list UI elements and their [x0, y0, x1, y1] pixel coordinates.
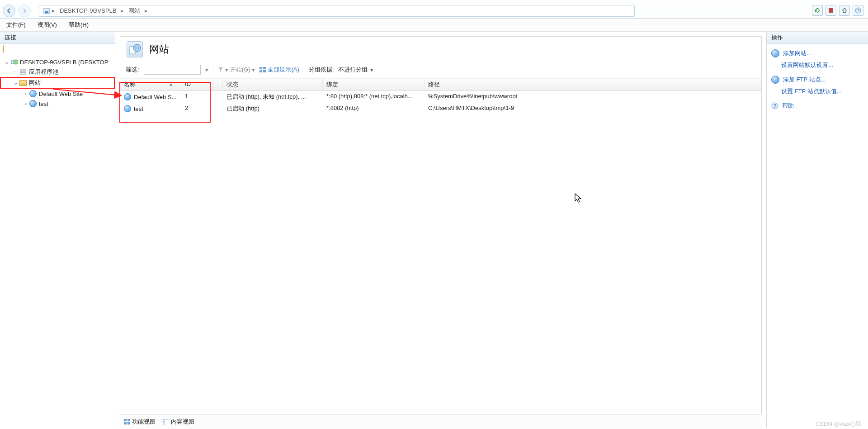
bottom-view-tabs: 功能视图 内容视图	[119, 414, 762, 429]
collapse-icon[interactable]: ⌄	[4, 59, 10, 65]
svg-rect-22	[127, 422, 130, 424]
tab-content-view[interactable]: 内容视图	[163, 418, 194, 426]
expand-icon[interactable]: ›	[23, 91, 29, 97]
menu-file[interactable]: 文件(F)	[6, 21, 26, 29]
globe-icon	[771, 76, 779, 84]
row-binding: *:80 (http),808:* (net.tcp),localh...	[323, 91, 425, 103]
action-ftp-defaults[interactable]: 设置 FTP 站点默认值...	[771, 86, 863, 97]
row-path: %SystemDrive%\inetpub\wwwroot	[425, 91, 542, 103]
filter-start-button[interactable]: ▾ 开始(G) ▾	[218, 66, 255, 74]
group-by-label: 分组依据:	[309, 66, 334, 74]
grid-icon	[259, 67, 266, 72]
svg-text:?: ?	[774, 103, 776, 109]
page-title: 网站	[149, 43, 169, 56]
tree-label: Default Web Site	[39, 91, 83, 97]
svg-rect-26	[165, 422, 169, 422]
menu-help[interactable]: 帮助(H)	[69, 21, 89, 29]
breadcrumb-node[interactable]: DESKTOP-9GVSPLB	[60, 7, 116, 14]
action-add-ftp[interactable]: 添加 FTP 站点...	[771, 74, 863, 86]
svg-text:?: ?	[857, 8, 859, 13]
menu-view[interactable]: 视图(V)	[38, 21, 57, 29]
filter-input[interactable]	[144, 65, 201, 75]
breadcrumb-sep: ▸	[145, 7, 148, 14]
menu-bar: 文件(F) 视图(V) 帮助(H)	[0, 19, 868, 32]
svg-rect-9	[21, 72, 25, 73]
globe-icon	[29, 100, 37, 108]
action-add-website[interactable]: 添加网站...	[771, 48, 863, 59]
nav-back-button[interactable]	[3, 5, 15, 17]
annotation-redbox	[119, 82, 211, 123]
tree-root[interactable]: ⌄ DESKTOP-9GVSPLB (DESKTOP	[0, 57, 115, 67]
help-icon: ?	[771, 102, 778, 110]
mouse-cursor-icon	[575, 193, 583, 204]
action-site-defaults[interactable]: 设置网站默认设置...	[771, 59, 863, 71]
actions-pane: 操作 添加网站... 设置网站默认设置... 添加 FTP 站点... 设置 F…	[767, 32, 868, 428]
tree-sites[interactable]: ⌄ 网站	[0, 77, 115, 89]
svg-rect-23	[163, 419, 165, 420]
row-blank	[542, 103, 761, 114]
breadcrumb[interactable]: ▸ DESKTOP-9GVSPLB ▸ 网站 ▸	[39, 5, 635, 17]
sites-list[interactable]: 名称▴ ID 状态 绑定 路径 Default Web S... 1 已启动 (…	[120, 79, 761, 114]
svg-rect-27	[163, 424, 165, 424]
center-pane: 网站 筛选: ▾ ▾ 开始(G) ▾ 全部显示(A) 分组依据: 不进行分组▾	[115, 32, 767, 428]
collapse-icon[interactable]: ⌄	[13, 80, 19, 86]
folder-link-icon[interactable]	[3, 46, 4, 52]
svg-rect-25	[163, 421, 165, 423]
svg-rect-24	[165, 419, 169, 420]
list-icon	[163, 419, 169, 424]
show-all-button[interactable]: 全部显示(A)	[259, 66, 299, 74]
svg-rect-7	[20, 70, 26, 74]
row-binding: *:8082 (http)	[323, 103, 425, 114]
sites-hero-icon	[127, 41, 143, 57]
tree-label: 应用程序池	[29, 68, 58, 76]
sites-folder-icon	[19, 79, 27, 87]
filter-label: 筛选:	[126, 66, 139, 74]
breadcrumb-sep: ▸	[121, 7, 124, 14]
breadcrumb-node[interactable]: 网站	[128, 7, 140, 15]
expand-icon[interactable]: ›	[23, 100, 29, 107]
tree-dash: ⋯	[13, 69, 19, 75]
svg-rect-20	[127, 419, 130, 421]
svg-rect-19	[124, 419, 127, 421]
help-button[interactable]: ?	[853, 5, 863, 16]
home-button[interactable]	[839, 5, 850, 16]
watermark-text: CSDN @Aux心弦	[816, 420, 862, 428]
connections-header: 连接	[0, 32, 115, 44]
tree-site-default[interactable]: › Default Web Site	[0, 89, 115, 99]
row-path: C:\Users\HMTX\Desktop\tmp\1-9	[425, 103, 542, 114]
tree-root-label: DESKTOP-9GVSPLB (DESKTOP	[20, 59, 108, 66]
actions-header: 操作	[767, 32, 868, 44]
connections-tree[interactable]: ⌄ DESKTOP-9GVSPLB (DESKTOP ⋯ 应用程序池 ⌄ 网站 …	[0, 54, 115, 428]
row-blank	[542, 91, 761, 103]
refresh-dropdown-button[interactable]	[812, 5, 823, 16]
tree-site-test[interactable]: › test	[0, 99, 115, 109]
svg-rect-8	[21, 71, 25, 72]
col-state[interactable]: 状态	[223, 79, 323, 91]
nav-forward-button[interactable]	[18, 5, 31, 17]
col-blank	[542, 79, 761, 91]
filter-bar: 筛选: ▾ ▾ 开始(G) ▾ 全部显示(A) 分组依据: 不进行分组▾	[120, 64, 761, 79]
connections-toolbar	[0, 44, 115, 54]
svg-rect-21	[124, 422, 127, 424]
server-icon	[10, 58, 18, 66]
sites-sheet: 网站 筛选: ▾ ▾ 开始(G) ▾ 全部显示(A) 分组依据: 不进行分组▾	[120, 36, 762, 424]
svg-rect-14	[259, 70, 262, 72]
row-state: 已启动 (http), 未知 (net.tcp), ...	[223, 91, 323, 103]
globe-icon	[771, 49, 779, 57]
tree-label: 网站	[29, 79, 41, 87]
col-binding[interactable]: 绑定	[323, 79, 425, 91]
action-help[interactable]: ? 帮助	[771, 100, 863, 112]
tree-app-pools[interactable]: ⋯ 应用程序池	[0, 67, 115, 77]
svg-rect-12	[259, 67, 262, 69]
group-by-select[interactable]: 不进行分组▾	[338, 66, 373, 74]
window-titlebar	[0, 0, 868, 3]
svg-rect-1	[45, 11, 48, 13]
tab-features-view[interactable]: 功能视图	[124, 418, 156, 426]
app-pool-icon	[19, 68, 27, 76]
breadcrumb-sep: ▸	[52, 7, 55, 14]
stop-button[interactable]	[826, 5, 836, 16]
connections-pane: 连接 ⌄ DESKTOP-9GVSPLB (DESKTOP ⋯ 应用程序池 ⌄ …	[0, 32, 115, 428]
svg-rect-2	[829, 8, 833, 13]
col-path[interactable]: 路径	[425, 79, 542, 91]
tree-label: test	[39, 100, 48, 107]
